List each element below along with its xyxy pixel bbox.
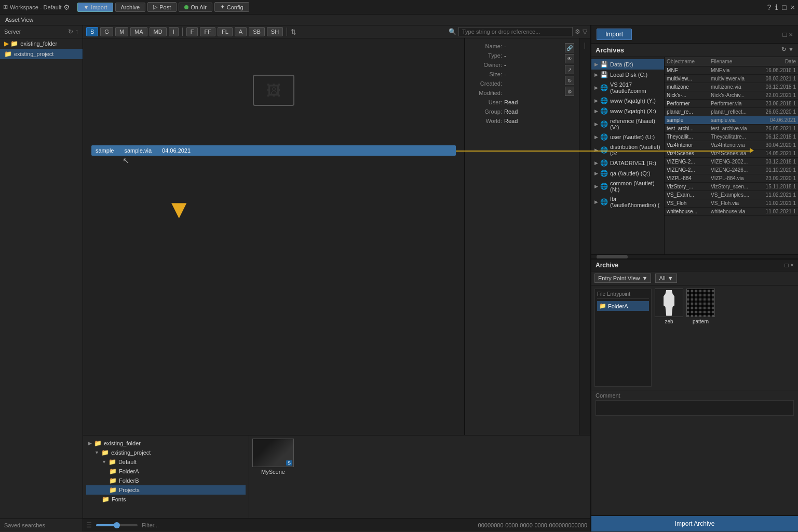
search-settings-icon[interactable]: ⚙ bbox=[575, 28, 580, 35]
at-table-row[interactable]: VIZPL-884 VIZPL-884.via 23.09.2020 1 bbox=[665, 174, 798, 183]
archives-restore-icon[interactable]: □ bbox=[783, 31, 787, 38]
at-item-local-c[interactable]: ▶ 💾 Local Disk (C:) bbox=[591, 70, 664, 80]
sort-icon[interactable]: ⇅ bbox=[291, 28, 296, 36]
at-item-vs2017[interactable]: ▶ 🌐 VS 2017 (\\autlet\comm bbox=[591, 80, 664, 96]
upload-icon[interactable]: ↑ bbox=[75, 28, 78, 35]
prop-name-value: - bbox=[504, 43, 561, 49]
at-arrow-icon: ▶ bbox=[594, 147, 598, 153]
toolbar-btn-ff[interactable]: FF bbox=[200, 27, 215, 36]
ft-item-label: FolderA bbox=[119, 468, 139, 474]
at-table-row[interactable]: test_archi... test_archive.via 26.05.202… bbox=[665, 125, 798, 133]
toolbar-btn-f[interactable]: F bbox=[186, 27, 198, 36]
at-table-row[interactable]: multiview... multiviewer.via 08.03.2021 … bbox=[665, 75, 798, 83]
zoom-slider[interactable] bbox=[96, 524, 138, 526]
side-icon-1[interactable]: | bbox=[580, 40, 590, 50]
prop-icon-refresh[interactable]: ↻ bbox=[565, 76, 574, 85]
at-table-row[interactable]: VS_Floh VS_Floh.via 11.02.2021 1 bbox=[665, 199, 798, 208]
onair-tab[interactable]: On Air bbox=[179, 3, 212, 12]
archive-tab[interactable]: Archive bbox=[115, 3, 146, 12]
tree-item-existing-project[interactable]: 📁 existing_project bbox=[0, 49, 83, 59]
prop-icon-link[interactable]: 🔗 bbox=[565, 43, 574, 52]
prop-icon-arrow[interactable]: ↗ bbox=[565, 65, 574, 74]
scene-thumb-myscene[interactable]: S MyScene bbox=[252, 439, 294, 475]
config-tab[interactable]: ✦ Config bbox=[214, 2, 249, 12]
at-item-data-d[interactable]: ▶ 💾 Data (D:) bbox=[591, 59, 664, 70]
ft-item-folderb[interactable]: 📁 FolderB bbox=[86, 476, 246, 485]
post-tab[interactable]: ▷ Post bbox=[147, 2, 177, 12]
tree-item-existing-folder[interactable]: ▶ 📁 existing_folder bbox=[0, 38, 83, 49]
filter-input[interactable] bbox=[142, 522, 213, 528]
search-input[interactable] bbox=[458, 27, 573, 36]
at-table-row[interactable]: multizone multizone.via 03.12.2018 1 bbox=[665, 83, 798, 91]
entry-point-dropdown[interactable]: Entry Point View ▼ bbox=[594, 274, 651, 283]
refresh-icon[interactable]: ↻ bbox=[68, 28, 73, 35]
settings-icon[interactable]: ⚙ bbox=[63, 3, 70, 11]
archives-dropdown-icon[interactable]: ▼ bbox=[788, 46, 794, 52]
close-icon[interactable]: × bbox=[791, 3, 795, 11]
at-table-row[interactable]: MNF MNF.via 16.08.2016 1 bbox=[665, 66, 798, 75]
ft-item-label: existing_project bbox=[111, 449, 151, 456]
archive-folder-a[interactable]: 📁 FolderA bbox=[597, 301, 649, 311]
toolbar-btn-g[interactable]: G bbox=[100, 27, 113, 36]
at-table-row[interactable]: VIZENG-2... VIZENG-2002... 03.12.2018 1 bbox=[665, 158, 798, 166]
ft-item-default[interactable]: ▼ 📁 Default bbox=[86, 457, 246, 467]
at-table-row[interactable]: Performer Performer.via 23.06.2018 1 bbox=[665, 100, 798, 108]
at-table-row[interactable]: planar_re... planar_reflect... 26.03.202… bbox=[665, 108, 798, 116]
ft-item-foldera[interactable]: 📁 FolderA bbox=[86, 467, 246, 476]
comment-box[interactable] bbox=[596, 400, 794, 416]
at-table-row[interactable]: Nick's-... Nick's-Archiv... 22.01.2021 1 bbox=[665, 91, 798, 100]
at-table-row[interactable]: Viz4Interior Viz4Interior.via 30.04.2020… bbox=[665, 141, 798, 149]
slider-thumb[interactable] bbox=[114, 522, 120, 528]
list-icon[interactable]: ☰ bbox=[86, 522, 92, 529]
toolbar-btn-i[interactable]: I bbox=[169, 27, 179, 36]
archive-thumb-zeb[interactable]: zeb bbox=[655, 289, 683, 324]
toolbar-btn-sb[interactable]: SB bbox=[249, 27, 265, 36]
prop-icon-tools[interactable]: ⚙ bbox=[565, 87, 574, 96]
archive-close-icon[interactable]: □ × bbox=[785, 262, 794, 269]
at-item-qa[interactable]: ▶ 🌐 qa (\\autlet) (Q:) bbox=[591, 168, 664, 179]
at-item-common[interactable]: ▶ 🌐 common (\\autlet) (N:) bbox=[591, 179, 664, 194]
archives-close-icon[interactable]: × bbox=[789, 31, 793, 38]
archive-thumb-pattern[interactable]: pattern bbox=[686, 289, 715, 324]
big-arrow-icon: ▼ bbox=[166, 194, 192, 224]
toolbar-btn-md[interactable]: MD bbox=[150, 27, 167, 36]
info-icon[interactable]: ℹ bbox=[775, 3, 778, 11]
search-filter-icon[interactable]: ▽ bbox=[583, 28, 587, 35]
at-item-www-y[interactable]: ▶ 🌐 www (\\qatgh) (Y:) bbox=[591, 96, 664, 106]
archives-refresh-icon[interactable]: ↻ bbox=[781, 46, 786, 53]
at-table-row[interactable]: sample sample.via 04.06.2021 bbox=[665, 116, 798, 125]
ft-item-existing-folder[interactable]: ▶ 📁 existing_folder bbox=[86, 439, 246, 448]
toolbar-btn-sh[interactable]: SH bbox=[267, 27, 283, 36]
import-tab[interactable]: ▼ Import bbox=[77, 3, 113, 12]
toolbar-btn-ma[interactable]: MA bbox=[130, 27, 147, 36]
help-icon[interactable]: ? bbox=[767, 3, 772, 11]
col-filename: Filename bbox=[711, 59, 749, 64]
prop-icon-eye[interactable]: 👁 bbox=[565, 54, 574, 63]
at-table-row[interactable]: VizStory_... VizStory_scen... 15.11.2018… bbox=[665, 183, 798, 191]
ep-dropdown-icon: ▼ bbox=[642, 275, 648, 281]
toolbar-btn-fl[interactable]: FL bbox=[218, 27, 233, 36]
toolbar-btn-s[interactable]: S bbox=[86, 27, 98, 36]
at-table-row[interactable]: whitehouse... whitehouse.via 11.03.2021 … bbox=[665, 208, 798, 216]
selected-item-row[interactable]: sample sample.via 04.06.2021 bbox=[91, 145, 456, 156]
at-item-reference[interactable]: ▶ 🌐 reference (\\fsaut) (V:) bbox=[591, 116, 664, 132]
at-item-www-x[interactable]: ▶ 🌐 www (\\qatgh) (X:) bbox=[591, 106, 664, 116]
at-table-row[interactable]: Theycallit... Theycallitatre... 06.12.20… bbox=[665, 133, 798, 141]
at-item-fbr[interactable]: ▶ 🌐 fbr (\\autlet\homedirs) ( bbox=[591, 194, 664, 210]
toolbar-btn-a[interactable]: A bbox=[235, 27, 247, 36]
all-dropdown[interactable]: All ▼ bbox=[655, 274, 677, 283]
at-item-user[interactable]: ▶ 🌐 user (\\autlet) (U:) bbox=[591, 132, 664, 142]
ft-item-existing-project[interactable]: ▼ 📁 existing_project bbox=[86, 448, 246, 457]
toolbar-btn-m[interactable]: M bbox=[115, 27, 128, 36]
at-table-row[interactable]: VIZENG-2... VIZENG-2426... 01.10.2020 1 bbox=[665, 166, 798, 174]
at-table-row[interactable]: VS_Exam... VS_Examples.... 11.02.2021 1 bbox=[665, 191, 798, 199]
file-tree: ▶ 📁 existing_folder ▼ 📁 existing_project… bbox=[83, 435, 249, 518]
at-item-distribution[interactable]: ▶ 🌐 distribution (\\autlet) (S: bbox=[591, 142, 664, 158]
at-item-datadrive[interactable]: ▶ 🌐 DATADRIVE1 (R:) bbox=[591, 158, 664, 168]
ft-item-projects[interactable]: 📁 Projects bbox=[86, 485, 246, 495]
archives-import-tab[interactable]: Import bbox=[597, 29, 632, 40]
archives-scroll-track[interactable] bbox=[591, 254, 798, 258]
restore-icon[interactable]: □ bbox=[782, 3, 786, 11]
import-archive-button[interactable]: Import Archive bbox=[591, 515, 798, 531]
ft-item-fonts[interactable]: 📁 Fonts bbox=[86, 495, 246, 504]
